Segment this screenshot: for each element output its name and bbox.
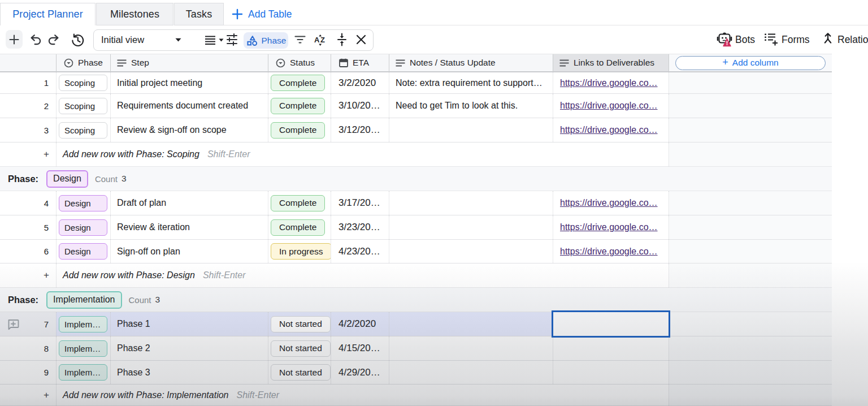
svg-text:Z: Z — [320, 36, 325, 44]
svg-text:A: A — [314, 36, 320, 44]
